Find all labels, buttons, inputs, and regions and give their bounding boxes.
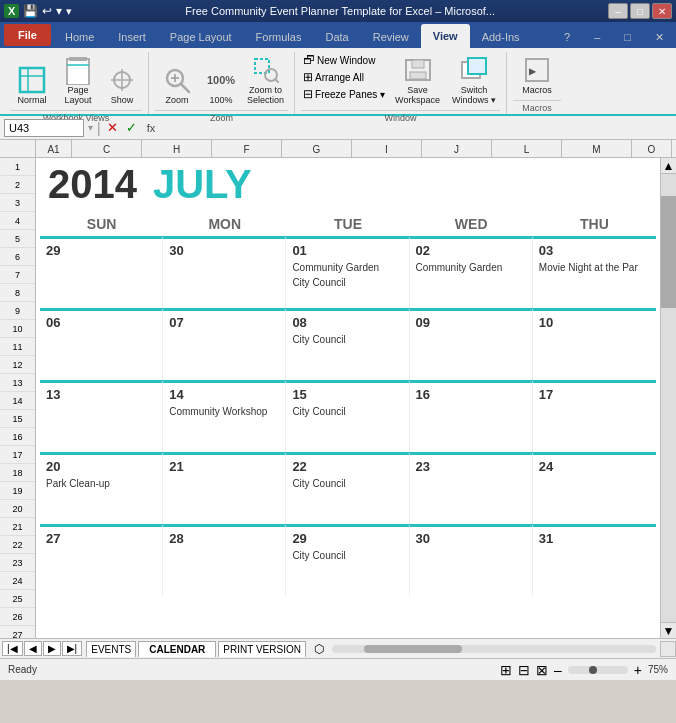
calendar-cell[interactable]: 17 bbox=[533, 380, 656, 452]
zoom-selection-btn[interactable]: Zoom toSelection bbox=[243, 52, 288, 108]
ribbon-min-btn[interactable]: – bbox=[582, 26, 612, 48]
col-header-L[interactable]: L bbox=[492, 140, 562, 158]
tab-insert[interactable]: Insert bbox=[106, 26, 158, 48]
ribbon-max-btn[interactable]: □ bbox=[612, 26, 643, 48]
calendar-cell[interactable]: 09 bbox=[410, 308, 533, 380]
arrange-all-btn[interactable]: ⊞ Arrange All bbox=[301, 69, 387, 85]
calendar-grid: 293001Community GardenCity Council02Comm… bbox=[36, 236, 660, 596]
page-break-mode-btn[interactable]: ⊠ bbox=[536, 662, 548, 678]
calendar-cell[interactable]: 06 bbox=[40, 308, 163, 380]
calendar-cell[interactable]: 23 bbox=[410, 452, 533, 524]
calendar-cell[interactable]: 16 bbox=[410, 380, 533, 452]
calendar-cell[interactable]: 28 bbox=[163, 524, 286, 596]
calendar-cell[interactable]: 27 bbox=[40, 524, 163, 596]
ribbon-group-zoom: Zoom 100% 100% Zoom toSelection Zoom bbox=[149, 52, 295, 114]
zoom-slider[interactable] bbox=[568, 666, 628, 674]
add-sheet-btn[interactable]: ⬡ bbox=[310, 640, 328, 658]
calendar-cell[interactable]: 13 bbox=[40, 380, 163, 452]
col-header-A[interactable]: A1 bbox=[36, 140, 72, 158]
calendar-cell[interactable]: 01Community GardenCity Council bbox=[286, 236, 409, 308]
tab-view[interactable]: View bbox=[421, 24, 470, 48]
scroll-thumb[interactable] bbox=[661, 196, 676, 308]
tab-file[interactable]: File bbox=[4, 24, 51, 46]
tab-help[interactable]: ? bbox=[552, 26, 582, 48]
new-window-btn[interactable]: 🗗 New Window bbox=[301, 52, 387, 68]
h-scroll-track[interactable] bbox=[332, 645, 656, 653]
tab-print-version[interactable]: PRINT VERSION bbox=[218, 641, 306, 657]
tab-events[interactable]: EVENTS bbox=[86, 641, 136, 657]
col-header-I[interactable]: I bbox=[352, 140, 422, 158]
zoom-level[interactable]: 75% bbox=[648, 664, 668, 675]
macros-buttons: ▶ Macros bbox=[515, 52, 559, 98]
calendar-cell[interactable]: 15City Council bbox=[286, 380, 409, 452]
name-box[interactable] bbox=[4, 119, 84, 137]
col-header-C[interactable]: C bbox=[72, 140, 142, 158]
maximize-btn[interactable]: □ bbox=[630, 3, 650, 19]
switch-windows-btn[interactable]: SwitchWindows ▾ bbox=[448, 52, 500, 108]
save-workspace-btn[interactable]: SaveWorkspace bbox=[391, 52, 444, 108]
calendar-cell[interactable]: 20Park Clean-up bbox=[40, 452, 163, 524]
zoom-in-btn[interactable]: + bbox=[634, 662, 642, 678]
scroll-up-btn[interactable]: ▲ bbox=[661, 158, 676, 174]
calendar-cell[interactable]: 21 bbox=[163, 452, 286, 524]
undo-qa-btn[interactable]: ↩ bbox=[42, 4, 52, 18]
vertical-scrollbar[interactable]: ▲ ▼ bbox=[660, 158, 676, 638]
scrollbar-spacer bbox=[672, 140, 676, 157]
col-header-G[interactable]: G bbox=[282, 140, 352, 158]
col-header-J[interactable]: J bbox=[422, 140, 492, 158]
close-btn[interactable]: ✕ bbox=[652, 3, 672, 19]
calendar-cell[interactable]: 02Community Garden bbox=[410, 236, 533, 308]
tab-home[interactable]: Home bbox=[53, 26, 106, 48]
tab-data[interactable]: Data bbox=[313, 26, 360, 48]
formula-expand-btn[interactable]: ▾ bbox=[88, 122, 93, 133]
calendar-cell[interactable]: 30 bbox=[163, 236, 286, 308]
cancel-formula-btn[interactable]: ✕ bbox=[105, 120, 120, 135]
page-layout-mode-btn[interactable]: ⊟ bbox=[518, 662, 530, 678]
switch-windows-icon bbox=[458, 54, 490, 86]
ribbon-close-btn[interactable]: ✕ bbox=[643, 26, 676, 48]
tab-calendar[interactable]: CALENDAR bbox=[138, 641, 216, 657]
scroll-down-btn[interactable]: ▼ bbox=[661, 622, 676, 638]
calendar-cell[interactable]: 08City Council bbox=[286, 308, 409, 380]
page-layout-view-btn[interactable]: PageLayout bbox=[56, 52, 100, 108]
show-btn[interactable]: Show bbox=[102, 62, 142, 108]
zoom-btn[interactable]: Zoom bbox=[155, 62, 199, 108]
tab-review[interactable]: Review bbox=[361, 26, 421, 48]
sheet-nav-last[interactable]: ▶| bbox=[62, 641, 83, 656]
sheet-nav-first[interactable]: |◀ bbox=[2, 641, 23, 656]
calendar-cell[interactable]: 30 bbox=[410, 524, 533, 596]
zoom-slider-thumb[interactable] bbox=[589, 666, 597, 674]
tab-addins[interactable]: Add-Ins bbox=[470, 26, 532, 48]
sheet-nav-next[interactable]: ▶ bbox=[43, 641, 61, 656]
calendar-cell[interactable]: 14Community Workshop bbox=[163, 380, 286, 452]
zoom-100-btn[interactable]: 100% 100% bbox=[201, 62, 241, 108]
calendar-cell[interactable]: 31 bbox=[533, 524, 656, 596]
confirm-formula-btn[interactable]: ✓ bbox=[124, 120, 139, 135]
h-scroll-thumb[interactable] bbox=[364, 645, 461, 653]
save-qa-btn[interactable]: 💾 bbox=[23, 4, 38, 18]
minimize-btn[interactable]: – bbox=[608, 3, 628, 19]
col-header-F[interactable]: F bbox=[212, 140, 282, 158]
calendar-cell[interactable]: 10 bbox=[533, 308, 656, 380]
col-header-O[interactable]: O bbox=[632, 140, 672, 158]
tab-page-layout[interactable]: Page Layout bbox=[158, 26, 244, 48]
calendar-cell[interactable]: 29 bbox=[40, 236, 163, 308]
insert-function-btn[interactable]: fx bbox=[143, 122, 160, 134]
normal-mode-btn[interactable]: ⊞ bbox=[500, 662, 512, 678]
macros-btn[interactable]: ▶ Macros bbox=[515, 52, 559, 98]
col-header-M[interactable]: M bbox=[562, 140, 632, 158]
title-bar-left: X 💾 ↩ ▾ ▾ bbox=[4, 4, 72, 18]
calendar-cell[interactable]: 29City Council bbox=[286, 524, 409, 596]
redo-qa-btn[interactable]: ▾ bbox=[56, 4, 62, 18]
calendar-cell[interactable]: 03Movie Night at the Par bbox=[533, 236, 656, 308]
formula-input[interactable] bbox=[163, 122, 672, 134]
sheet-nav-prev[interactable]: ◀ bbox=[24, 641, 42, 656]
calendar-cell[interactable]: 24 bbox=[533, 452, 656, 524]
col-header-H[interactable]: H bbox=[142, 140, 212, 158]
normal-view-btn[interactable]: Normal bbox=[10, 62, 54, 108]
tab-formulas[interactable]: Formulas bbox=[244, 26, 314, 48]
calendar-cell[interactable]: 22City Council bbox=[286, 452, 409, 524]
zoom-out-btn[interactable]: – bbox=[554, 662, 562, 678]
calendar-cell[interactable]: 07 bbox=[163, 308, 286, 380]
freeze-panes-btn[interactable]: ⊟ Freeze Panes ▾ bbox=[301, 86, 387, 102]
